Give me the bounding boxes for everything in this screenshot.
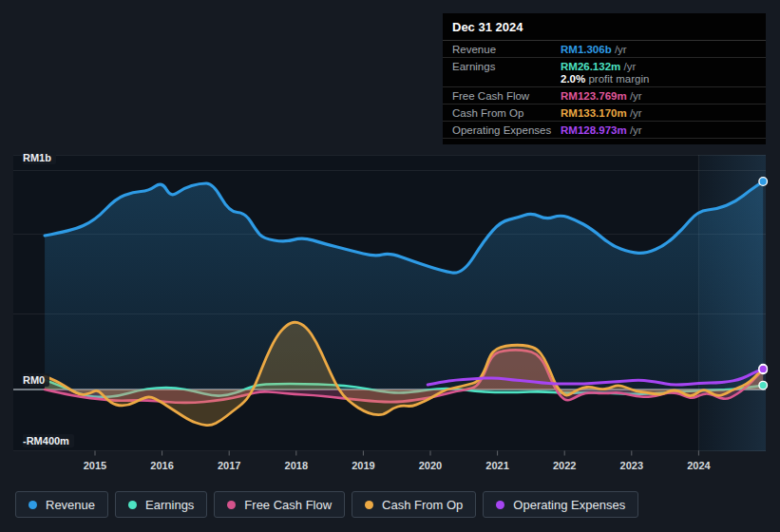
profit-margin-note: 2.0% profit margin [561,72,756,85]
tooltip-row-operating-expenses: Operating ExpensesRM128.973m /yr [443,122,766,139]
legend-label: Earnings [145,498,194,512]
tooltip-row-unit: /yr [627,107,642,119]
legend-item-cash-from-op[interactable]: Cash From Op [352,491,476,518]
tooltip-row-label: Revenue [452,44,561,55]
x-axis-label-2024: 2024 [677,460,719,471]
tooltip-row-value: RM133.170m /yr [561,107,756,119]
tooltip-row-value: RM123.769m /yr [561,90,756,102]
tooltip-row-value: RM1.306b /yr [561,44,756,55]
tooltip-row-revenue: RevenueRM1.306b /yr [443,41,766,58]
tooltip-row-label: Free Cash Flow [452,90,561,102]
legend-label: Operating Expenses [513,498,625,512]
tooltip-row-earnings: EarningsRM26.132m /yr2.0% profit margin [443,58,766,87]
free-cash-flow-dot-icon [227,501,236,509]
y-axis-label: -RM400m [23,434,74,447]
earnings-dot-icon [128,501,137,509]
chart-panel: RM1bRM0-RM400m 2015201620172018201920202… [0,0,780,532]
tooltip-row-label: Cash From Op [452,107,561,119]
legend-label: Cash From Op [382,498,463,512]
operating-expenses-dot-icon [496,501,504,509]
x-axis-label-2021: 2021 [477,460,519,471]
revenue-dot-icon [29,501,37,509]
x-axis-label-2018: 2018 [276,460,317,471]
tooltip-row-value: RM26.132m /yr [561,61,756,72]
legend-item-earnings[interactable]: Earnings [115,491,207,518]
tooltip-row-unit: /yr [612,44,627,55]
y-axis-label: RM1b [23,151,56,164]
x-axis-label-2016: 2016 [142,460,183,471]
x-axis-label-2017: 2017 [208,460,250,471]
cash-from-op-dot-icon [365,501,373,509]
legend-item-operating-expenses[interactable]: Operating Expenses [483,491,638,518]
date-tooltip: Dec 31 2024 RevenueRM1.306b /yrEarningsR… [443,13,766,144]
x-axis-label-2022: 2022 [543,460,585,471]
y-axis-label: RM0 [23,373,49,387]
revenue-end-dot [759,178,768,186]
legend-label: Free Cash Flow [244,498,332,512]
legend: RevenueEarningsFree Cash FlowCash From O… [15,491,638,518]
legend-label: Revenue [46,498,95,512]
tooltip-row-value: RM128.973m /yr [561,124,756,136]
x-axis-label-2019: 2019 [342,460,384,471]
x-axis-label-2023: 2023 [611,460,653,471]
tooltip-row-free-cash-flow: Free Cash FlowRM123.769m /yr [443,87,766,104]
tooltip-row-label: Operating Expenses [452,124,561,136]
tooltip-row-label: Earnings [452,61,561,72]
legend-item-free-cash-flow[interactable]: Free Cash Flow [214,491,345,518]
x-axis-label-2015: 2015 [74,460,116,471]
operating-expenses-end-dot [759,365,768,373]
tooltip-date: Dec 31 2024 [443,13,766,41]
x-axis-label-2020: 2020 [409,460,451,471]
legend-item-revenue[interactable]: Revenue [15,491,108,518]
tooltip-row-unit: /yr [620,61,636,72]
earnings-end-dot [759,381,768,390]
tooltip-row-cash-from-op: Cash From OpRM133.170m /yr [443,104,766,122]
tooltip-row-unit: /yr [627,90,642,102]
tooltip-row-unit: /yr [627,124,642,136]
